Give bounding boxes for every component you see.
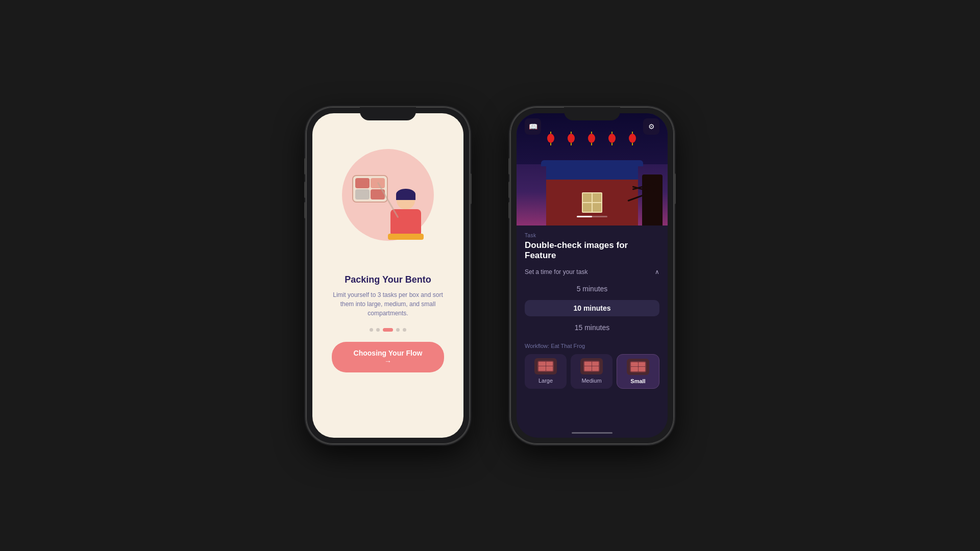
dot-3-active — [383, 328, 393, 332]
size-pane-s1 — [631, 362, 638, 367]
window-pane-4 — [593, 203, 601, 212]
size-card-large[interactable]: Large — [525, 354, 567, 389]
size-icon-large — [534, 358, 557, 374]
home-bar — [517, 428, 668, 438]
settings-icon-button[interactable]: ⚙ — [643, 118, 659, 135]
left-phone: Packing Your Bento Limit yourself to 3 t… — [306, 107, 470, 444]
size-options: Large Medium — [525, 354, 659, 389]
dot-1 — [370, 328, 373, 332]
time-option-5[interactable]: 5 minutes — [525, 281, 659, 297]
home-bar-line — [572, 432, 612, 434]
notch — [360, 107, 416, 120]
size-icon-medium — [580, 358, 603, 374]
progress-fill — [577, 216, 592, 217]
screen-description: Limit yourself to 3 tasks per box and so… — [312, 290, 463, 318]
illustration-area — [332, 134, 444, 266]
size-card-medium[interactable]: Medium — [571, 354, 612, 389]
window-pane-3 — [583, 203, 592, 212]
large-label: Large — [538, 378, 553, 384]
size-pane-s4 — [639, 367, 646, 371]
size-pane-1 — [538, 362, 546, 366]
small-label: Small — [630, 378, 645, 384]
dot-5 — [403, 328, 406, 332]
workflow-label: Workflow: Eat That Frog — [525, 343, 659, 349]
gear-icon: ⚙ — [648, 122, 655, 131]
window-pane-1 — [583, 193, 592, 202]
window-grid — [582, 192, 602, 213]
size-pane-s3 — [631, 367, 638, 371]
char-hair — [396, 189, 415, 200]
building-roof — [546, 164, 638, 180]
lantern-4 — [608, 134, 616, 143]
size-pane-4 — [546, 366, 553, 371]
character — [388, 190, 424, 241]
size-icon-inner-medium — [583, 361, 600, 372]
cta-button[interactable]: Choosing Your Flow → — [332, 342, 444, 372]
size-pane-3 — [538, 366, 546, 371]
medium-label: Medium — [581, 378, 601, 384]
content-area: Task Double-check images for Feature Set… — [517, 226, 668, 428]
page-dots — [370, 328, 406, 332]
tree — [642, 174, 663, 226]
size-pane-m1 — [584, 362, 592, 366]
lantern-5 — [629, 134, 636, 143]
book-icon: 📖 — [529, 122, 537, 131]
size-pane-m2 — [592, 362, 599, 366]
time-option-15[interactable]: 15 minutes — [525, 319, 659, 336]
size-card-small-selected[interactable]: Small — [617, 354, 659, 389]
building-body — [546, 180, 638, 226]
dot-2 — [376, 328, 380, 332]
size-pane-m4 — [592, 366, 599, 371]
chevron-up-icon: ∧ — [655, 268, 659, 276]
size-pane-s2 — [639, 362, 646, 367]
time-picker: 5 minutes 10 minutes 15 minutes — [525, 281, 659, 336]
bento-cell-1 — [355, 178, 370, 188]
lantern-3 — [588, 134, 595, 143]
right-screen: 📖 ⚙ Task Double-check images for Feature — [517, 113, 668, 438]
size-pane-2 — [546, 362, 553, 366]
size-icon-small — [627, 359, 649, 375]
char-laptop — [388, 234, 424, 240]
progress-bar — [577, 216, 607, 217]
window-pane-2 — [593, 193, 601, 202]
lantern-1 — [547, 134, 554, 143]
lantern-2 — [568, 134, 575, 143]
right-phone: 📖 ⚙ Task Double-check images for Feature — [510, 107, 674, 444]
char-head — [397, 190, 415, 209]
bento-cell-3 — [355, 189, 370, 199]
time-section-title: Set a time for your task — [525, 268, 587, 276]
size-pane-m3 — [584, 366, 592, 371]
time-option-10-selected[interactable]: 10 minutes — [525, 300, 659, 316]
screen-title: Packing Your Bento — [334, 274, 441, 285]
task-label: Task — [525, 233, 659, 238]
task-title: Double-check images for Feature — [525, 240, 659, 261]
notch-right — [564, 107, 620, 120]
dot-4 — [396, 328, 400, 332]
left-screen: Packing Your Bento Limit yourself to 3 t… — [312, 113, 463, 438]
time-section-header[interactable]: Set a time for your task ∧ — [525, 268, 659, 276]
scene-area: 📖 ⚙ — [517, 113, 668, 226]
size-icon-inner-large — [537, 361, 554, 372]
book-icon-button[interactable]: 📖 — [525, 118, 541, 135]
right-header: 📖 ⚙ — [517, 118, 668, 135]
size-icon-inner-small — [630, 361, 646, 372]
